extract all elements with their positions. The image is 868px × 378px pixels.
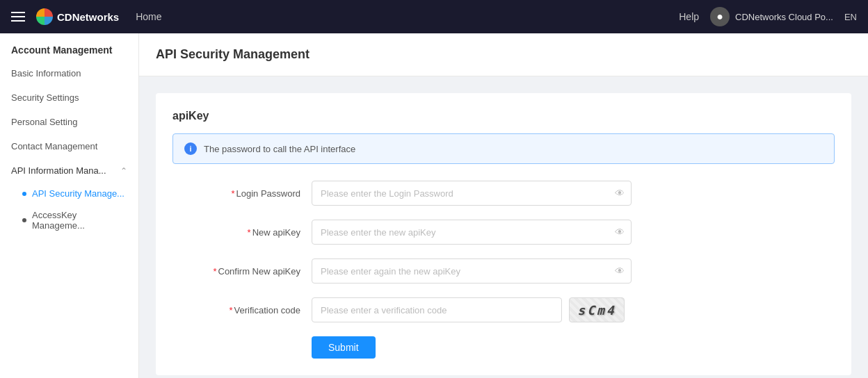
sidebar-item-personal-setting[interactable]: Personal Setting <box>0 110 138 134</box>
top-nav: CDNetworks Home Help ● CDNetworks Cloud … <box>0 0 868 33</box>
confirm-apikey-wrap: 👁 <box>312 258 632 284</box>
eye-icon-confirm[interactable]: 👁 <box>615 265 625 277</box>
login-password-wrap: 👁 <box>312 181 632 206</box>
sidebar-item-basic-info[interactable]: Basic Information <box>0 61 138 85</box>
captcha-image[interactable]: sCm4 <box>569 297 625 322</box>
nav-right: Help ● CDNetworks Cloud Po... EN <box>679 7 857 26</box>
section-title: apiKey <box>172 110 835 122</box>
new-apikey-input[interactable] <box>312 220 632 245</box>
sidebar-sub-menu: API Security Manage... AccessKey Managem… <box>0 183 138 236</box>
layout: Account Management Basic Information Sec… <box>0 33 868 378</box>
hamburger-menu[interactable] <box>11 12 25 22</box>
sidebar-item-api-security[interactable]: API Security Manage... <box>6 183 138 204</box>
sidebar-section-title: Account Management <box>0 33 138 61</box>
brand-logo[interactable]: CDNetworks <box>36 8 119 25</box>
info-icon: i <box>184 142 197 155</box>
user-avatar: ● <box>710 7 730 26</box>
new-apikey-wrap: 👁 <box>312 220 632 245</box>
api-key-card: apiKey i The password to call the API in… <box>156 93 851 375</box>
page-title: API Security Management <box>156 47 851 62</box>
login-password-input[interactable] <box>312 181 632 206</box>
confirm-apikey-row: *Confirm New apiKey 👁 <box>172 258 835 284</box>
login-password-label: *Login Password <box>172 188 312 199</box>
sidebar-item-contact-management[interactable]: Contact Management <box>0 134 138 158</box>
verification-row: *Verification code sCm4 <box>172 297 835 322</box>
required-star-4: * <box>230 305 233 315</box>
home-link[interactable]: Home <box>136 11 161 22</box>
content-area: apiKey i The password to call the API in… <box>139 76 868 378</box>
required-star-3: * <box>213 266 216 277</box>
user-name: CDNetworks Cloud Po... <box>735 12 833 22</box>
confirm-apikey-label: *Confirm New apiKey <box>172 266 312 277</box>
sidebar: Account Management Basic Information Sec… <box>0 33 139 378</box>
page-header: API Security Management <box>139 33 868 76</box>
active-dot <box>22 192 26 196</box>
new-apikey-label: *New apiKey <box>172 227 312 238</box>
verification-input[interactable] <box>312 297 562 322</box>
required-star-2: * <box>248 227 251 238</box>
verification-label: *Verification code <box>172 305 312 315</box>
sidebar-item-security-settings[interactable]: Security Settings <box>0 85 138 110</box>
new-apikey-row: *New apiKey 👁 <box>172 220 835 245</box>
language-selector[interactable]: EN <box>844 12 857 22</box>
main-content: API Security Management apiKey i The pas… <box>139 33 868 378</box>
required-star: * <box>231 188 234 199</box>
brand-name: CDNetworks <box>57 11 119 23</box>
logo-icon <box>36 8 53 25</box>
info-text: The password to call the API interface <box>204 144 355 154</box>
chevron-up-icon: ⌃ <box>120 166 127 176</box>
info-banner: i The password to call the API interface <box>172 133 835 164</box>
eye-icon-password[interactable]: 👁 <box>615 188 625 199</box>
login-password-row: *Login Password 👁 <box>172 181 835 206</box>
dot-icon <box>22 218 26 222</box>
eye-icon-apikey[interactable]: 👁 <box>615 227 625 238</box>
user-menu[interactable]: ● CDNetworks Cloud Po... <box>710 7 833 26</box>
captcha-wrap: sCm4 <box>312 297 625 322</box>
confirm-apikey-input[interactable] <box>312 258 632 284</box>
submit-button[interactable]: Submit <box>312 336 376 359</box>
sidebar-item-access-key[interactable]: AccessKey Manageme... <box>6 204 138 236</box>
submit-row: Submit <box>172 336 835 359</box>
help-link[interactable]: Help <box>679 11 699 22</box>
sidebar-item-api-info[interactable]: API Information Mana... ⌃ <box>0 158 138 183</box>
